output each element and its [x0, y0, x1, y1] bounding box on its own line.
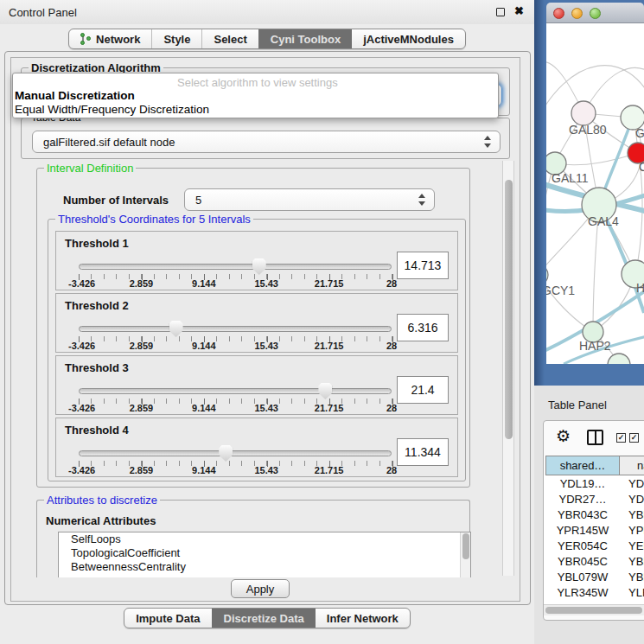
network-canvas[interactable]: GAL80 GA C GAL11 GAL4 GCY1 H HAP2 [546, 23, 644, 364]
threshold-1-slider[interactable] [79, 264, 392, 270]
list-item-selfloops[interactable]: SelfLoops [59, 532, 470, 546]
threshold-2-label: Threshold 2 [65, 299, 129, 312]
table-row[interactable]: YPR145WYPR1 [544, 522, 644, 538]
checkbox-icon[interactable]: ✓ [616, 433, 626, 443]
threshold-4-slider-thumb[interactable] [219, 445, 233, 462]
minimize-window-button[interactable] [571, 8, 583, 19]
interval-definition-group: Interval Definition Number of Intervals … [36, 168, 470, 488]
threshold-4-value-field[interactable]: 11.344 [397, 438, 449, 466]
tab-cyni-toolbox[interactable]: Cyni Toolbox [258, 29, 352, 48]
table-row[interactable]: YBR043CYBR0 [544, 507, 644, 522]
threshold-2-slider-thumb[interactable] [169, 321, 183, 337]
tab-jactivemnodules[interactable]: jActiveMNodules [352, 29, 465, 48]
slider-scale: -3.426 2.859 9.144 15.43 21.715 28 [79, 403, 392, 414]
attributes-group: Attributes to discretize Numerical Attri… [36, 500, 470, 577]
table-row[interactable]: YBR045CYBR0 [544, 553, 644, 569]
gear-icon[interactable]: ⚙ [556, 428, 571, 445]
list-item-topologicalcoefficient[interactable]: TopologicalCoefficient [59, 546, 470, 560]
close-window-button[interactable] [553, 8, 564, 19]
tab-infer-network-label: Infer Network [327, 612, 399, 625]
node-gcy1[interactable] [546, 265, 548, 285]
node-partial[interactable] [608, 354, 630, 364]
node-label-c: C [639, 160, 644, 174]
list-scrollbar[interactable] [460, 532, 470, 577]
threshold-2-box: Threshold 2 -3.426 2.859 9.144 15.43 21.… [55, 293, 458, 353]
tab-impute-data-label: Impute Data [136, 612, 200, 625]
tab-style[interactable]: Style [151, 29, 201, 48]
slider-scale: -3.426 2.859 9.144 15.43 21.715 28 [79, 278, 392, 290]
threshold-1-slider-thumb[interactable] [252, 258, 266, 275]
column-header-shared-name[interactable]: shared… [545, 456, 620, 475]
threshold-1-label: Threshold 1 [65, 237, 129, 250]
threshold-1-value-field[interactable]: 14.713 [397, 252, 449, 279]
table-row[interactable]: YDR27…YDR2 [544, 491, 644, 507]
node-label-gal11: GAL11 [552, 171, 589, 185]
threshold-4-slider[interactable] [79, 450, 392, 456]
node-label-ga: GA [635, 126, 644, 140]
threshold-4-box: Threshold 4 -3.426 2.859 9.144 15.43 21.… [55, 418, 458, 477]
panel-title: Control Panel [9, 6, 77, 19]
number-of-intervals-label: Number of Intervals [63, 194, 169, 207]
table-data-combobox[interactable]: galFiltered.sif default node [32, 131, 501, 153]
tab-network[interactable]: Network [69, 29, 151, 48]
apply-button[interactable]: Apply [231, 579, 290, 598]
slider-scale: -3.426 2.859 9.144 15.43 21.715 28 [79, 465, 392, 476]
checkbox-icon[interactable]: ✓ [629, 433, 639, 443]
table-data-combobox-value: galFiltered.sif default node [43, 136, 175, 149]
threshold-3-label: Threshold 3 [65, 361, 129, 374]
slider-scale: -3.426 2.859 9.144 15.43 21.715 28 [79, 341, 392, 352]
node-label-h: H [636, 281, 644, 295]
network-view-window: GAL80 GA C GAL11 GAL4 GCY1 H HAP2 [534, 0, 644, 386]
tab-discretize-data[interactable]: Discretize Data [212, 609, 316, 628]
combo-stepper-icon [418, 194, 426, 206]
network-icon [80, 33, 92, 46]
group-title-attributes: Attributes to discretize [44, 494, 160, 507]
table-row[interactable]: YLR345WYLR3 [544, 584, 644, 600]
group-title-thresholds-coordinates: Threshold's Coordinates for 5 Intervals [55, 213, 253, 226]
threshold-3-slider[interactable] [79, 388, 392, 394]
node-label-gal4: GAL4 [588, 214, 619, 228]
column-layout-icon[interactable] [587, 430, 603, 445]
float-window-icon[interactable] [496, 8, 505, 16]
top-tabstrip: Network Style Select Cyni Toolbox jActiv… [0, 29, 534, 49]
node-label-hap2: HAP2 [579, 339, 611, 353]
tab-select[interactable]: Select [201, 29, 258, 48]
close-icon[interactable]: ✖ [514, 4, 524, 17]
node-label-gcy1: GCY1 [546, 284, 575, 297]
table-row[interactable]: YER054CYER0 [544, 538, 644, 553]
group-title-interval-definition: Interval Definition [44, 162, 136, 175]
zoom-window-button[interactable] [590, 8, 601, 19]
popup-option-equal-width-frequency[interactable]: Equal Width/Frequency Discretization [15, 103, 209, 116]
node-table-container: ⚙ ✓ ✓ shared… na YDL19…YDL1 YDR27…YDR2 Y… [543, 420, 644, 621]
table-horizontal-scrollbar[interactable] [544, 604, 644, 615]
table-toolbar: ⚙ ✓ ✓ [544, 421, 644, 454]
table-data-group: Table Data galFiltered.sif default node [21, 118, 510, 159]
tab-style-label: Style [163, 33, 190, 46]
combo-stepper-icon [484, 136, 492, 148]
threshold-3-box: Threshold 3 -3.426 2.859 9.144 15.43 21.… [55, 355, 458, 415]
node-gal80[interactable] [571, 101, 596, 125]
settings-vertical-scrollbar[interactable] [502, 161, 514, 576]
thresholds-coordinates-group: Threshold's Coordinates for 5 Intervals … [48, 219, 466, 481]
threshold-2-value-field[interactable]: 6.316 [397, 314, 449, 341]
mac-titlebar[interactable] [546, 3, 644, 23]
tab-infer-network[interactable]: Infer Network [316, 609, 410, 628]
bottom-tabstrip: Impute Data Discretize Data Infer Networ… [0, 608, 534, 628]
threshold-3-slider-thumb[interactable] [318, 383, 332, 399]
threshold-3-value-field[interactable]: 21.4 [397, 376, 449, 404]
number-of-intervals-combobox[interactable]: 5 [184, 188, 435, 211]
mac-window: GAL80 GA C GAL11 GAL4 GCY1 H HAP2 [546, 3, 644, 361]
tab-jactivemnodules-label: jActiveMNodules [363, 33, 454, 46]
number-of-intervals-value: 5 [195, 194, 201, 207]
table-row[interactable]: YDL19…YDL1 [544, 475, 644, 491]
threshold-2-slider[interactable] [79, 326, 392, 332]
list-item-betweennesscentrality[interactable]: BetweennessCentrality [59, 560, 470, 574]
tab-cyni-toolbox-label: Cyni Toolbox [271, 33, 341, 46]
table-row[interactable]: YBL079WYBL0 [544, 569, 644, 584]
table-rows: YDL19…YDL1 YDR27…YDR2 YBR043CYBR0 YPR145… [544, 475, 644, 605]
control-panel: Control Panel ✖ Network Style Select Cyn… [0, 0, 534, 644]
tab-impute-data[interactable]: Impute Data [124, 609, 211, 628]
node-label-gal80: GAL80 [569, 123, 607, 137]
column-header-name[interactable]: na [620, 456, 644, 475]
popup-option-manual-discretization[interactable]: Manual Discretization [15, 89, 135, 102]
